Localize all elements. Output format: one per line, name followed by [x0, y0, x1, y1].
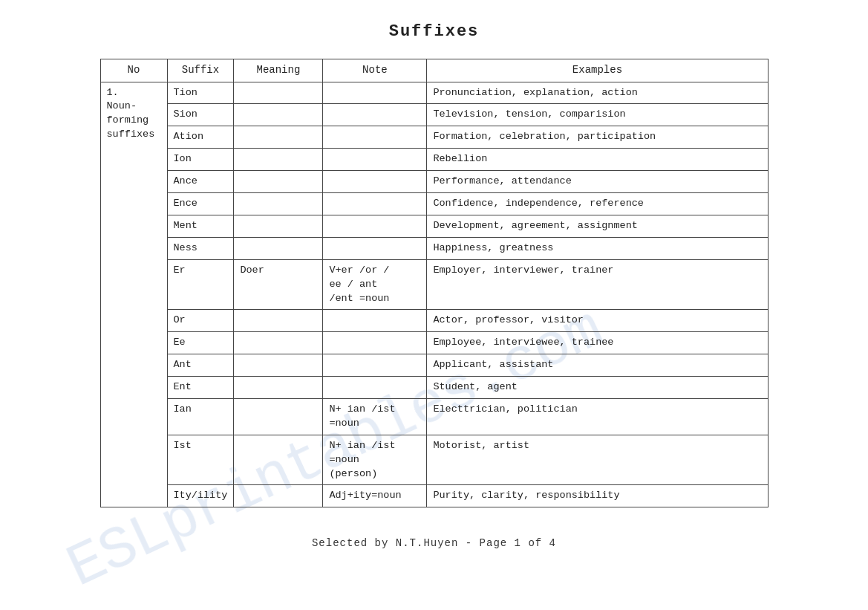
note-cell: N+ ian /ist =noun [323, 398, 427, 435]
suffix-cell: Ant [167, 354, 234, 377]
examples-cell: Actor, professor, visitor [427, 310, 768, 332]
examples-cell: Pronunciation, explanation, action [427, 82, 768, 104]
note-cell: Adj+ity=noun [323, 485, 427, 507]
meaning-cell [234, 354, 323, 377]
note-cell [323, 215, 427, 237]
suffix-cell: Ation [167, 126, 234, 149]
meaning-cell [234, 193, 323, 215]
table-row: AtionFormation, celebration, participati… [100, 126, 768, 149]
table-row: EntStudent, agent [100, 377, 768, 399]
table-header-row: No Suffix Meaning Note Examples [100, 59, 768, 82]
examples-cell: Confidence, independence, reference [427, 193, 768, 215]
table-row: SionTelevision, tension, comparision [100, 104, 768, 126]
table-row: ErDoerV+er /or / ee / ant /ent =nounEmpl… [100, 259, 768, 310]
suffixes-table: No Suffix Meaning Note Examples 1. Noun-… [100, 59, 769, 507]
header-no: No [100, 59, 167, 82]
meaning-cell [234, 332, 323, 354]
examples-cell: Motorist, artist [427, 435, 768, 485]
suffix-cell: Sion [167, 104, 234, 126]
meaning-cell [234, 149, 323, 171]
note-cell [323, 104, 427, 126]
note-cell: V+er /or / ee / ant /ent =noun [323, 259, 427, 310]
meaning-cell [234, 310, 323, 332]
meaning-cell [234, 215, 323, 237]
examples-cell: Applicant, assistant [427, 354, 768, 377]
examples-cell: Employee, interviewee, trainee [427, 332, 768, 354]
examples-cell: Student, agent [427, 377, 768, 399]
suffix-cell: Ist [167, 435, 234, 485]
footer-text: Selected by N.T.Huyen - Page 1 of 4 [312, 537, 556, 549]
note-cell [323, 354, 427, 377]
page-title: Suffixes [389, 22, 480, 41]
header-meaning: Meaning [234, 59, 323, 82]
table-row: 1. Noun-forming suffixesTionPronunciatio… [100, 82, 768, 104]
examples-cell: Development, agreement, assignment [427, 215, 768, 237]
note-cell [323, 310, 427, 332]
table-row: IstN+ ian /ist =noun (person)Motorist, a… [100, 435, 768, 485]
meaning-cell [234, 126, 323, 149]
examples-cell: Performance, attendance [427, 171, 768, 193]
header-note: Note [323, 59, 427, 82]
note-cell [323, 377, 427, 399]
meaning-cell [234, 82, 323, 104]
examples-cell: Electtrician, politician [427, 398, 768, 435]
examples-cell: Happiness, greatness [427, 237, 768, 259]
table-row: AntApplicant, assistant [100, 354, 768, 377]
note-cell [323, 332, 427, 354]
suffix-cell: Ity/ility [167, 485, 234, 507]
suffix-cell: Or [167, 310, 234, 332]
meaning-cell [234, 104, 323, 126]
note-cell [323, 82, 427, 104]
meaning-cell [234, 171, 323, 193]
table-row: EnceConfidence, independence, reference [100, 193, 768, 215]
suffix-cell: Ance [167, 171, 234, 193]
suffix-cell: Ness [167, 237, 234, 259]
table-row: MentDevelopment, agreement, assignment [100, 215, 768, 237]
table-row: IonRebellion [100, 149, 768, 171]
meaning-cell [234, 237, 323, 259]
note-cell [323, 149, 427, 171]
table-row: AncePerformance, attendance [100, 171, 768, 193]
note-cell [323, 237, 427, 259]
header-suffix: Suffix [167, 59, 234, 82]
meaning-cell [234, 485, 323, 507]
suffix-cell: Er [167, 259, 234, 310]
header-examples: Examples [427, 59, 768, 82]
table-row: Ity/ilityAdj+ity=nounPurity, clarity, re… [100, 485, 768, 507]
suffix-cell: Ence [167, 193, 234, 215]
examples-cell: Purity, clarity, responsibility [427, 485, 768, 507]
meaning-cell [234, 435, 323, 485]
meaning-cell [234, 398, 323, 435]
suffix-cell: Ee [167, 332, 234, 354]
examples-cell: Television, tension, comparision [427, 104, 768, 126]
note-cell [323, 193, 427, 215]
examples-cell: Formation, celebration, participation [427, 126, 768, 149]
note-cell: N+ ian /ist =noun (person) [323, 435, 427, 485]
examples-cell: Rebellion [427, 149, 768, 171]
note-cell [323, 171, 427, 193]
table-wrapper: No Suffix Meaning Note Examples 1. Noun-… [100, 59, 769, 507]
suffix-cell: Tion [167, 82, 234, 104]
suffix-cell: Ian [167, 398, 234, 435]
meaning-cell: Doer [234, 259, 323, 310]
table-row: IanN+ ian /ist =nounElecttrician, politi… [100, 398, 768, 435]
table-row: OrActor, professor, visitor [100, 310, 768, 332]
suffix-cell: Ment [167, 215, 234, 237]
table-row: NessHappiness, greatness [100, 237, 768, 259]
suffix-cell: Ion [167, 149, 234, 171]
no-cell: 1. Noun-forming suffixes [100, 82, 167, 507]
meaning-cell [234, 377, 323, 399]
note-cell [323, 126, 427, 149]
suffix-cell: Ent [167, 377, 234, 399]
examples-cell: Employer, interviewer, trainer [427, 259, 768, 310]
table-row: EeEmployee, interviewee, trainee [100, 332, 768, 354]
